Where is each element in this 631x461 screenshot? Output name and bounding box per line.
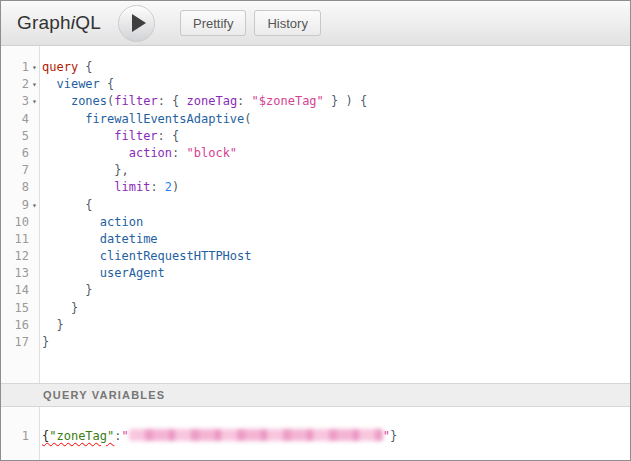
code-text[interactable]: }: [40, 282, 93, 299]
graphiql-window: GraphiQL Prettify History 1▾query {2▾ vi…: [0, 0, 631, 461]
line-number: 17: [1, 334, 29, 351]
history-button[interactable]: History: [254, 10, 320, 36]
code-token: [42, 215, 100, 229]
code-text[interactable]: firewallEventsAdaptive(: [40, 111, 252, 128]
code-text[interactable]: }: [40, 317, 64, 334]
fold-gutter-spacer: [29, 128, 40, 145]
code-line: 1▾query {: [1, 59, 630, 76]
line-number: 2: [1, 76, 29, 93]
code-token: query: [42, 60, 78, 74]
code-line: 5 filter: {: [1, 128, 630, 145]
code-token: userAgent: [100, 266, 165, 280]
fold-gutter-spacer: [29, 111, 40, 128]
code-line: 4 firewallEventsAdaptive(: [1, 111, 630, 128]
line-number: 13: [1, 265, 29, 282]
code-token: ": [383, 429, 390, 443]
code-text[interactable]: filter: {: [40, 128, 179, 145]
fold-arrow-icon[interactable]: ▾: [29, 93, 40, 110]
code-text[interactable]: zones(filter: { zoneTag: "$zoneTag" } ) …: [40, 93, 367, 110]
code-text[interactable]: query {: [40, 59, 93, 76]
code-text[interactable]: }: [40, 334, 49, 351]
code-line: 7 },: [1, 162, 630, 179]
line-number: 9: [1, 197, 29, 214]
execute-query-button[interactable]: [118, 5, 155, 42]
fold-gutter-spacer: [29, 231, 40, 248]
code-line: 6 action: "block": [1, 145, 630, 162]
fold-gutter-spacer: [29, 428, 40, 445]
code-text[interactable]: action: [40, 214, 143, 231]
code-token: (: [244, 112, 251, 126]
code-token: : {: [158, 129, 180, 143]
code-token: viewer: [56, 77, 99, 91]
fold-gutter-spacer: [29, 282, 40, 299]
code-token: action: [129, 146, 172, 160]
code-token: :: [172, 146, 186, 160]
query-variables-title-bar[interactable]: QUERY VARIABLES: [1, 383, 630, 407]
code-token: ): [172, 180, 179, 194]
code-token: clientRequestHTTPHost: [100, 249, 252, 263]
code-token: [42, 112, 85, 126]
fold-arrow-icon[interactable]: ▾: [29, 76, 40, 93]
line-number: 12: [1, 248, 29, 265]
query-editor[interactable]: 1▾query {2▾ viewer {3▾ zones(filter: { z…: [1, 46, 630, 383]
fold-arrow-icon[interactable]: ▾: [29, 197, 40, 214]
play-icon: [132, 14, 146, 32]
code-line: 15 }: [1, 300, 630, 317]
code-text[interactable]: {: [40, 197, 93, 214]
code-token: "block": [187, 146, 238, 160]
code-text[interactable]: },: [40, 162, 129, 179]
code-token: }: [71, 301, 78, 315]
line-number: 1: [1, 428, 29, 445]
code-line: 12 clientRequestHTTPHost: [1, 248, 630, 265]
code-text[interactable]: {"zoneTag":""}: [40, 428, 397, 445]
code-line: 2▾ viewer {: [1, 76, 630, 93]
code-token: action: [100, 215, 143, 229]
code-token: zoneTag: [187, 94, 238, 108]
code-token: zones: [71, 94, 107, 108]
code-token: ": [122, 429, 129, 443]
code-line: 14 }: [1, 282, 630, 299]
code-token: } ) {: [324, 94, 367, 108]
logo-text: Graph: [17, 12, 71, 33]
line-number: 4: [1, 111, 29, 128]
line-number: 1: [1, 59, 29, 76]
code-line: 3▾ zones(filter: { zoneTag: "$zoneTag" }…: [1, 93, 630, 110]
code-text[interactable]: action: "block": [40, 145, 237, 162]
query-code-lines: 1▾query {2▾ viewer {3▾ zones(filter: { z…: [1, 46, 630, 351]
code-token: [42, 198, 85, 212]
line-number: 3: [1, 93, 29, 110]
code-token: limit: [114, 180, 150, 194]
line-number: 14: [1, 282, 29, 299]
code-token: [42, 146, 129, 160]
code-text[interactable]: datetime: [40, 231, 158, 248]
code-text[interactable]: }: [40, 300, 78, 317]
code-text[interactable]: limit: 2): [40, 179, 179, 196]
fold-gutter-spacer: [29, 265, 40, 282]
code-line: 1{"zoneTag":""}: [1, 428, 630, 445]
query-variables-editor[interactable]: 1{"zoneTag":""}: [1, 407, 630, 460]
code-text[interactable]: clientRequestHTTPHost: [40, 248, 252, 265]
fold-gutter-spacer: [29, 145, 40, 162]
code-token: 2: [165, 180, 172, 194]
query-variables-title: QUERY VARIABLES: [43, 389, 165, 401]
line-number: 7: [1, 162, 29, 179]
prettify-button[interactable]: Prettify: [180, 10, 246, 36]
fold-gutter-spacer: [29, 317, 40, 334]
code-token: [42, 232, 100, 246]
fold-gutter-spacer: [29, 334, 40, 351]
code-text[interactable]: userAgent: [40, 265, 165, 282]
graphiql-logo: GraphiQL: [17, 12, 101, 34]
code-token: {: [78, 60, 92, 74]
code-line: 8 limit: 2): [1, 179, 630, 196]
code-token: }: [56, 318, 63, 332]
fold-arrow-icon[interactable]: ▾: [29, 59, 40, 76]
code-line: 10 action: [1, 214, 630, 231]
fold-gutter-spacer: [29, 214, 40, 231]
logo-text: QL: [75, 12, 101, 33]
code-token: [42, 301, 71, 315]
code-token: },: [114, 163, 128, 177]
code-token: {: [100, 77, 114, 91]
code-token: "zoneTag": [49, 429, 114, 443]
code-token: datetime: [100, 232, 158, 246]
code-text[interactable]: viewer {: [40, 76, 114, 93]
